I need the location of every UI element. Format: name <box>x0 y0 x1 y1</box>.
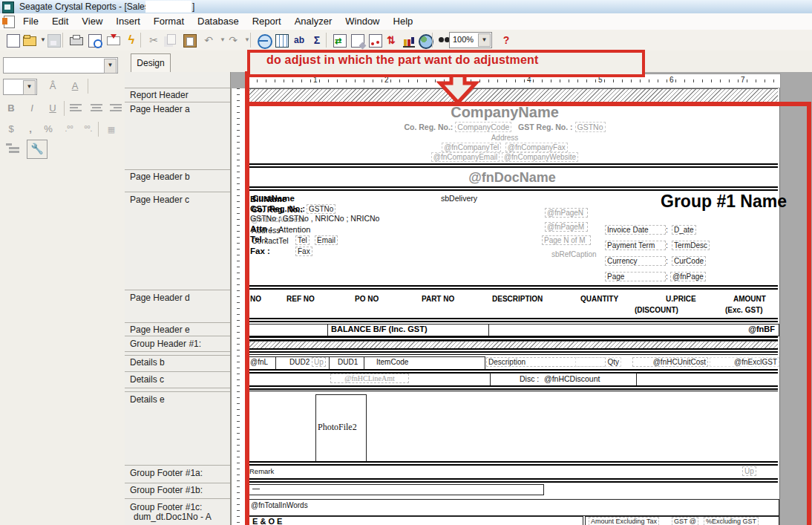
align-left-button[interactable] <box>70 104 82 113</box>
align-center-button[interactable] <box>91 104 102 113</box>
menu-window[interactable]: Window <box>338 13 386 30</box>
field-tel[interactable]: Tel <box>295 235 310 245</box>
insert-hyperlink-button[interactable] <box>255 32 272 48</box>
field-eoe[interactable]: E & O E <box>252 517 282 525</box>
col-u-price[interactable]: U.PRICE <box>666 295 696 303</box>
cut-button[interactable]: ✂ <box>145 32 163 48</box>
section-details-c[interactable]: Details c <box>130 374 164 385</box>
menu-insert[interactable]: Insert <box>109 13 147 30</box>
col-description[interactable]: DESCRIPTION <box>492 295 543 303</box>
percent-button[interactable]: % <box>39 121 58 137</box>
field-company-name[interactable]: CompanyName <box>319 104 690 121</box>
format-wrench-button[interactable]: 🔧 <box>27 140 48 159</box>
field-up-marker[interactable]: Up <box>312 357 326 367</box>
menu-analyzer[interactable]: Analyzer <box>288 13 339 30</box>
align-right-button[interactable] <box>110 104 122 113</box>
section-report-header[interactable]: Report Header <box>130 90 189 100</box>
col-no[interactable]: NO <box>250 295 261 303</box>
col-quantity[interactable]: QUANTITY <box>580 295 618 303</box>
field-email[interactable]: Email <box>315 235 338 245</box>
field-item-code[interactable]: ItemCode <box>376 358 408 366</box>
undo-dropdown[interactable]: ▼ <box>214 32 223 48</box>
zoom-dropdown-button[interactable]: ▼ <box>478 33 491 47</box>
field-photo-file[interactable]: PhotoFile2 <box>318 422 357 433</box>
object-name-combobox[interactable]: ▼ <box>3 57 118 74</box>
label-payment-term[interactable]: Payment Term <box>605 241 666 250</box>
menu-help[interactable]: Help <box>387 13 420 30</box>
section-page-header-a[interactable]: Page Header a <box>130 104 190 114</box>
thousands-button[interactable]: , <box>21 121 40 137</box>
field-bill-name[interactable]: BillName <box>250 195 287 203</box>
field-fn-bf[interactable]: @fnBF <box>727 325 775 333</box>
field-fax[interactable]: Fax <box>295 247 312 256</box>
report-header-band[interactable] <box>247 88 778 102</box>
label-gst-at[interactable]: GST @ <box>672 517 698 525</box>
section-group-footer-1a[interactable]: Group Footer #1a: <box>130 468 203 478</box>
label-tel[interactable]: Tel : <box>250 235 267 244</box>
section-page-header-d[interactable]: Page Header d <box>130 293 190 303</box>
export-button[interactable] <box>104 32 122 48</box>
section-page-header-b[interactable]: Page Header b <box>130 172 190 182</box>
refresh-button[interactable]: ϟ <box>122 32 140 48</box>
zoom-combobox[interactable]: 100% ▼ <box>449 32 492 48</box>
sort-order-button[interactable]: ⇅ <box>382 32 400 48</box>
section-group-header-1[interactable]: Group Header #1: <box>130 339 201 349</box>
bold-button[interactable]: B <box>1 100 21 117</box>
field-cur-code[interactable]: CurCode <box>672 256 706 266</box>
open-dropdown[interactable]: ▼ <box>34 32 43 48</box>
label-attn[interactable]: Attn : <box>250 224 272 233</box>
print-button[interactable] <box>67 32 85 48</box>
section-details-e[interactable]: Details e <box>130 394 165 405</box>
menu-database[interactable]: Database <box>191 13 246 30</box>
redo-dropdown[interactable]: ▼ <box>238 32 247 48</box>
col-amount[interactable]: AMOUNT <box>733 295 766 303</box>
field-excl-gst[interactable]: @fnExclGST <box>710 357 779 367</box>
print-preview-button[interactable] <box>85 32 103 48</box>
field-company-code[interactable]: CompanyCode <box>455 122 511 132</box>
underline-button[interactable]: U <box>43 100 62 117</box>
label-currency[interactable]: Currency <box>605 256 666 266</box>
field-fn-l[interactable]: @fnL <box>250 358 268 366</box>
select-expert-button[interactable] <box>366 32 384 48</box>
menu-edit[interactable]: Edit <box>45 13 75 30</box>
menu-format[interactable]: Format <box>147 13 191 30</box>
field-attention[interactable]: Attention <box>278 225 310 234</box>
field-gst-nric-line[interactable]: GSTNo ; GSTNo , NRICNo ; NRICNo <box>250 214 379 223</box>
combo-dropdown-button[interactable]: ▼ <box>23 80 36 95</box>
label-disc[interactable]: Disc : <box>520 374 539 383</box>
field-fn-page[interactable]: @fnPage <box>670 272 706 281</box>
col-po-no[interactable]: PO NO <box>355 295 379 303</box>
col-part-no[interactable]: PART NO <box>422 295 454 303</box>
section-page-header-e[interactable]: Page Header e <box>130 325 190 335</box>
field-company-email[interactable]: @fnCompanyEmail <box>431 152 500 162</box>
field-company-website[interactable]: @fnCompanyWebsite <box>502 152 578 162</box>
font-size-combobox[interactable]: ▼ <box>3 79 37 95</box>
col-discount[interactable]: (DISCOUNT) <box>635 306 678 314</box>
field-balance-bf[interactable]: BALANCE B/F (Inc. GST) <box>331 325 428 333</box>
field-gst-no[interactable]: GSTNo <box>307 204 335 214</box>
menu-view[interactable]: View <box>75 13 109 30</box>
insert-summary-button[interactable]: Σ <box>308 32 326 48</box>
paste-button[interactable] <box>180 32 198 48</box>
shrink-font-button[interactable]: A <box>65 78 85 94</box>
menu-report[interactable]: Report <box>246 13 288 30</box>
combo-dropdown-button[interactable]: ▼ <box>104 59 117 74</box>
label-page[interactable]: Page <box>605 272 666 281</box>
field-discount[interactable]: @fnHCDiscount <box>544 374 600 383</box>
footer-b-box[interactable] <box>248 484 544 495</box>
insert-field-button[interactable] <box>272 32 290 48</box>
field-line-amt[interactable]: @fnHCLineAmt <box>330 374 409 383</box>
menu-file[interactable]: File <box>16 13 45 30</box>
field-page-n-of-m[interactable]: Page N of M <box>542 235 591 245</box>
field-qty[interactable]: Qty <box>575 357 621 367</box>
outline-tree-button[interactable] <box>6 143 19 154</box>
currency-button[interactable]: $ <box>1 121 21 137</box>
col-ref-no[interactable]: REF NO <box>287 295 315 303</box>
field-dud2[interactable]: DUD2 <box>289 358 310 366</box>
field-sb-ref-caption[interactable]: sbRefCaption <box>551 250 597 258</box>
add-decimal-button[interactable]: .⁰⁰ <box>59 121 79 137</box>
field-group-name[interactable]: Group #1 Name <box>661 192 787 212</box>
italic-button[interactable]: I <box>22 100 42 117</box>
label-pct-excluding-gst[interactable]: %Excluding GST <box>704 517 759 525</box>
field-page-n[interactable]: @fnPageN <box>545 208 588 218</box>
